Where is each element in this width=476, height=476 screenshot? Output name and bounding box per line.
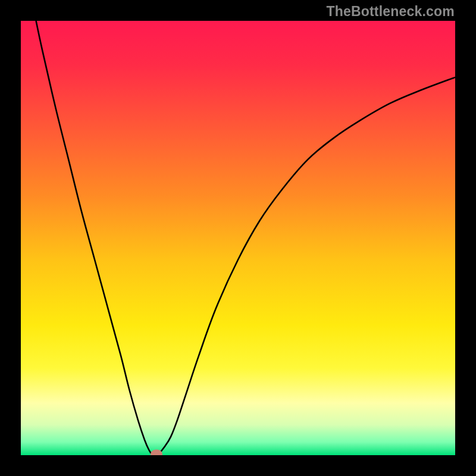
watermark-label: TheBottleneck.com xyxy=(326,4,455,20)
optimal-point-marker xyxy=(151,449,162,455)
chart-container: TheBottleneck.com xyxy=(0,0,476,476)
bottleneck-curve xyxy=(36,21,455,455)
curve-layer xyxy=(21,21,455,455)
plot-area xyxy=(21,21,455,455)
